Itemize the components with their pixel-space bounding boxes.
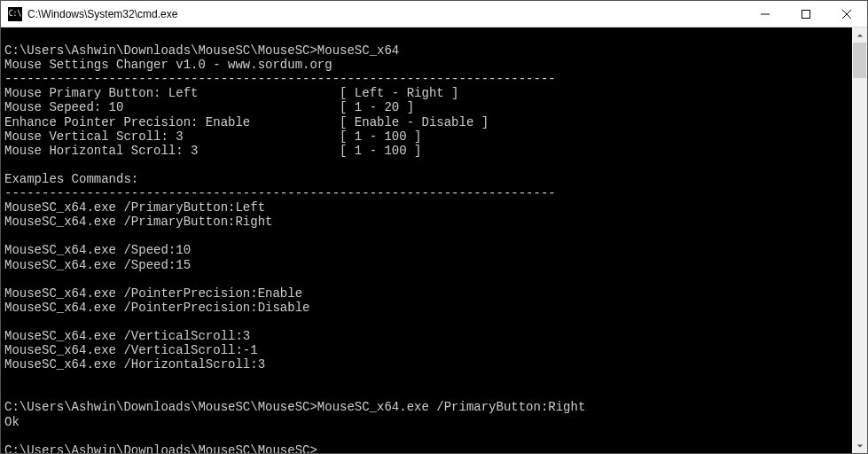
- blank-line: [4, 29, 12, 43]
- chevron-down-icon: [856, 442, 864, 450]
- maximize-icon: [802, 10, 810, 19]
- prompt-1: C:\Users\Ashwin\Downloads\MouseSC\MouseS…: [4, 43, 317, 58]
- example-line: MouseSC_x64.exe /PointerPrecision:Disabl…: [4, 301, 309, 315]
- scroll-up-button[interactable]: [852, 27, 867, 43]
- cmd-icon: C:\: [8, 7, 22, 21]
- example-line: MouseSC_x64.exe /PointerPrecision:Enable: [4, 286, 302, 301]
- maximize-button[interactable]: [786, 1, 826, 27]
- divider: ----------------------------------------…: [4, 72, 556, 86]
- example-line: MouseSC_x64.exe /VerticalScroll:3: [4, 329, 250, 343]
- example-line: MouseSC_x64.exe /VerticalScroll:-1: [4, 343, 258, 357]
- minimize-icon: [761, 10, 770, 19]
- close-icon: [842, 10, 851, 19]
- svg-rect-1: [802, 10, 810, 18]
- setting-horizontal-scroll: Mouse Horizontal Scroll: 3 [ 1 - 100 ]: [4, 144, 421, 158]
- example-line: MouseSC_x64.exe /HorizontalScroll:3: [4, 357, 265, 372]
- example-line: MouseSC_x64.exe /PrimaryButton:Left: [4, 200, 265, 215]
- cmd-window: C:\ C:\Windows\System32\cmd.exe C:\Users…: [0, 0, 868, 454]
- example-line: MouseSC_x64.exe /PrimaryButton:Right: [4, 215, 272, 229]
- examples-header: Examples Commands:: [4, 172, 138, 186]
- result-ok: Ok: [4, 415, 20, 429]
- setting-pointer-precision: Enhance Pointer Precision: Enable [ Enab…: [4, 115, 489, 129]
- prompt-3: C:\Users\Ashwin\Downloads\MouseSC\MouseS…: [4, 443, 317, 453]
- window-controls: [745, 1, 867, 27]
- window-title: C:\Windows\System32\cmd.exe: [27, 8, 745, 20]
- vertical-scrollbar[interactable]: [852, 27, 867, 453]
- close-button[interactable]: [826, 1, 867, 27]
- example-line: MouseSC_x64.exe /Speed:10: [4, 243, 191, 257]
- minimize-button[interactable]: [745, 1, 786, 27]
- setting-speed: Mouse Sepeed: 10 [ 1 - 20 ]: [4, 100, 414, 114]
- prompt-2: C:\Users\Ashwin\Downloads\MouseSC\MouseS…: [4, 400, 317, 414]
- setting-primary-button: Mouse Primary Button: Left [ Left - Righ…: [4, 86, 458, 100]
- divider: ----------------------------------------…: [4, 186, 556, 200]
- scrollbar-thumb[interactable]: [853, 43, 866, 78]
- terminal-container: C:\Users\Ashwin\Downloads\MouseSC\MouseS…: [1, 27, 867, 453]
- setting-vertical-scroll: Mouse Vertical Scroll: 3 [ 1 - 100 ]: [4, 129, 421, 144]
- scroll-down-button[interactable]: [852, 438, 867, 453]
- chevron-up-icon: [856, 32, 864, 39]
- terminal-output[interactable]: C:\Users\Ashwin\Downloads\MouseSC\MouseS…: [1, 27, 852, 453]
- command-1: MouseSC_x64: [317, 43, 399, 58]
- command-2: MouseSC_x64.exe /PrimaryButton:Right: [317, 400, 585, 414]
- example-line: MouseSC_x64.exe /Speed:15: [4, 258, 191, 272]
- app-header: Mouse Settings Changer v1.0 - www.sordum…: [4, 58, 332, 72]
- titlebar[interactable]: C:\ C:\Windows\System32\cmd.exe: [1, 1, 867, 27]
